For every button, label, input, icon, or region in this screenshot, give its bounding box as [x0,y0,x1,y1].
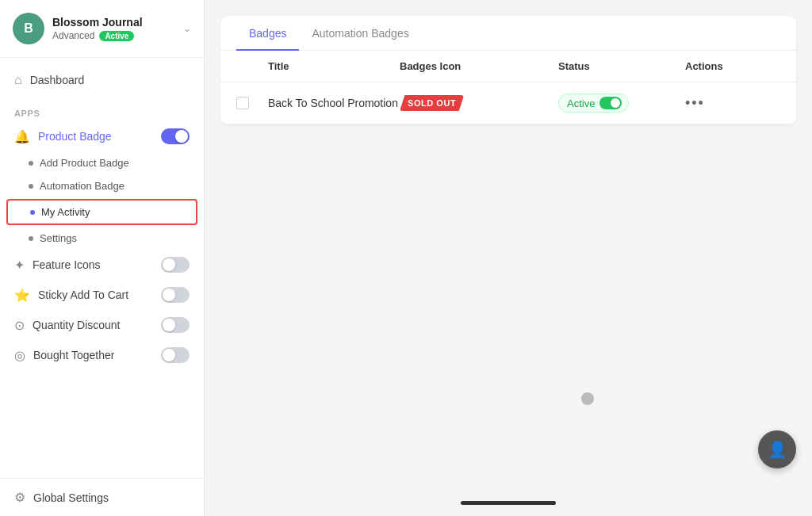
sidebar-item-sticky-add-to-cart[interactable]: ⭐ Sticky Add To Cart [0,280,204,310]
toggle-knob [163,289,175,301]
dot-icon [29,161,33,166]
status-active-badge[interactable]: Active [558,94,629,113]
floating-avatar-button[interactable]: 👤 [758,430,796,468]
chevron-down-icon[interactable]: ⌄ [183,23,191,34]
dot-icon [29,236,33,241]
badge-icon: 🔔 [14,129,30,144]
table-header: Title Badges Icon Status Actions [220,51,796,82]
header-actions: Actions [685,60,780,72]
row-badge-icon: SOLD OUT [400,95,558,111]
header-status: Status [558,60,685,72]
bought-together-icon: ◎ [14,348,25,363]
store-plan: Advanced [52,30,94,41]
dashboard-label: Dashboard [30,74,85,86]
main-content: Badges Automation Badges Title Badges Ic… [205,0,812,516]
toggle-knob [163,258,175,271]
sold-out-badge: SOLD OUT [400,95,464,111]
row-actions: ••• [685,95,780,112]
store-meta: Advanced Active [52,30,175,41]
feature-icons-label: Feature Icons [33,258,101,271]
sidebar-item-feature-icons[interactable]: ✦ Feature Icons [0,250,204,280]
header-checkbox-col [236,60,268,72]
store-header[interactable]: B Blossom Journal Advanced Active ⌄ [0,0,204,58]
home-icon: ⌂ [14,73,22,87]
sidebar-item-bought-together[interactable]: ◎ Bought Together [0,340,204,370]
bought-together-label: Bought Together [33,349,115,361]
status-toggle[interactable] [599,97,622,109]
sidebar: B Blossom Journal Advanced Active ⌄ ⌂ Da… [0,0,205,516]
product-badge-toggle[interactable] [161,128,190,144]
row-checkbox[interactable] [236,97,268,109]
row-status: Active [558,94,685,113]
nav-section-main: ⌂ Dashboard [0,58,204,102]
product-badge-label: Product Badge [38,130,112,143]
badges-card: Badges Automation Badges Title Badges Ic… [220,16,796,124]
sticky-cart-toggle[interactable] [161,287,190,303]
global-settings-label: Global Settings [33,491,109,504]
header-badges-icon: Badges Icon [400,60,558,72]
loading-indicator [581,392,594,405]
bottom-pill [461,501,556,505]
avatar-icon: 👤 [768,440,787,459]
product-badge-submenu: Add Product Badge Automation Badge My Ac… [0,151,204,250]
store-avatar: B [13,13,44,44]
tab-automation-badges[interactable]: Automation Badges [299,16,421,51]
actions-menu-button[interactable]: ••• [685,95,705,111]
automation-badge-label: Automation Badge [40,180,124,192]
my-activity-label: My Activity [41,206,90,218]
toggle-knob [175,130,188,143]
sticky-cart-icon: ⭐ [14,288,30,303]
header-title: Title [268,60,400,72]
submenu-item-add-product-badge[interactable]: Add Product Badge [0,151,204,174]
sidebar-item-dashboard[interactable]: ⌂ Dashboard [0,66,204,94]
sidebar-item-global-settings[interactable]: ⚙ Global Settings [0,482,204,513]
submenu-item-settings[interactable]: Settings [0,227,204,250]
add-product-badge-label: Add Product Badge [40,157,129,169]
status-active-text: Active [567,97,595,109]
sticky-add-to-cart-label: Sticky Add To Cart [38,289,128,301]
dot-active-icon [30,210,35,215]
toggle-knob [163,349,175,361]
discount-icon: ⊙ [14,318,25,333]
store-status-badge: Active [99,31,134,41]
store-name: Blossom Journal [52,16,175,29]
sidebar-item-product-badge[interactable]: 🔔 Product Badge [0,121,204,151]
feature-icons-toggle[interactable] [161,257,190,273]
quantity-discount-label: Quantity Discount [33,319,121,331]
apps-section: APPS 🔔 Product Badge Add Product Badge A… [0,102,204,370]
sidebar-item-quantity-discount[interactable]: ⊙ Quantity Discount [0,310,204,340]
apps-section-label: APPS [0,102,204,121]
status-toggle-knob [611,98,620,108]
row-title: Back To School Promotion [268,97,400,109]
sidebar-footer: ⚙ Global Settings [0,478,204,516]
toggle-knob [163,319,175,331]
bought-together-toggle[interactable] [161,347,190,363]
settings-label: Settings [40,232,77,244]
store-info: Blossom Journal Advanced Active [52,16,175,41]
content-area: Badges Automation Badges Title Badges Ic… [205,0,812,489]
feature-icons-icon: ✦ [14,258,25,273]
checkbox-input[interactable] [236,97,249,109]
submenu-item-automation-badge[interactable]: Automation Badge [0,174,204,197]
dot-icon [29,184,33,189]
global-settings-icon: ⚙ [14,490,25,505]
tab-badges[interactable]: Badges [236,16,299,51]
quantity-discount-toggle[interactable] [161,317,190,333]
submenu-item-my-activity[interactable]: My Activity [6,199,197,225]
bottom-bar [205,489,812,516]
card-tabs: Badges Automation Badges [220,16,796,51]
table-row: Back To School Promotion SOLD OUT Active… [220,82,796,124]
